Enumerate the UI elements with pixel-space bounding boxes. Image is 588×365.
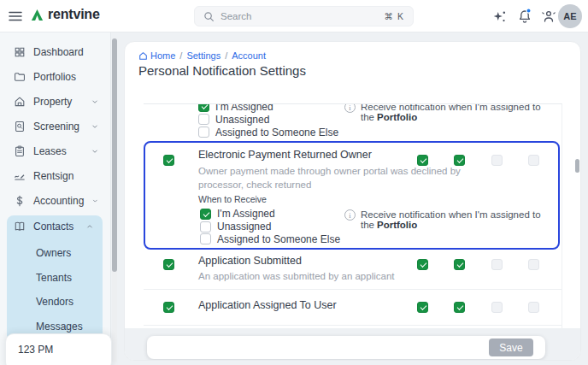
channel-checkbox-1[interactable] xyxy=(417,302,428,313)
channel-checkbox-4[interactable] xyxy=(528,302,539,313)
page-scrollbar xyxy=(112,38,117,362)
option-label: Assigned to Someone Else xyxy=(215,127,338,138)
sidebar-item-label: Contacts xyxy=(33,221,78,233)
user-voice-icon[interactable] xyxy=(541,9,556,24)
channel-checkbox-1[interactable] xyxy=(417,155,428,166)
checkbox-im-assigned[interactable] xyxy=(200,209,211,220)
checkbox-unassigned[interactable] xyxy=(200,221,211,233)
chevron-down-icon xyxy=(91,97,99,106)
option-label: Unassigned xyxy=(217,221,271,233)
channel-checkbox-4[interactable] xyxy=(528,155,539,166)
channel-checkbox-3[interactable] xyxy=(491,302,503,313)
when-to-receive-options: I'm Assigned Unassigned Assigned to Some… xyxy=(200,208,340,245)
checkbox-im-assigned[interactable] xyxy=(198,103,209,112)
option-label: Unassigned xyxy=(215,114,269,126)
notification-description: An application was submitted by an appli… xyxy=(198,270,395,284)
option-row: Unassigned xyxy=(200,221,340,233)
option-label: I'm Assigned xyxy=(217,208,275,220)
checkbox-assigned-someone-else[interactable] xyxy=(198,127,209,138)
clipboard-icon xyxy=(14,145,26,157)
info-note: i Receive notification when I'm assigned… xyxy=(344,209,558,230)
folder-icon xyxy=(14,71,26,83)
notification-row: Application Submitted An application was… xyxy=(144,250,562,290)
sidebar-item-portfolios[interactable]: Portfolios xyxy=(0,64,110,89)
company-label: 123 PM xyxy=(18,344,53,356)
notification-row-partial: I'm Assigned Unassigned Assigned to Some… xyxy=(198,103,338,138)
info-icon: i xyxy=(344,209,356,221)
notification-row: Application Assigned To User xyxy=(144,290,562,326)
breadcrumb: Home / Settings / Account xyxy=(138,50,266,61)
search-icon xyxy=(203,11,215,22)
notification-description: Owner payment made through owner portal … xyxy=(198,165,473,191)
channel-checkbox-2[interactable] xyxy=(454,155,465,166)
master-checkbox[interactable] xyxy=(163,302,174,313)
option-label: Assigned to Someone Else xyxy=(217,233,340,245)
chevron-down-icon xyxy=(91,147,99,156)
sidebar-item-owners[interactable]: Owners xyxy=(7,241,103,266)
search-shortcut: ⌘ K xyxy=(385,11,404,21)
company-switcher[interactable]: 123 PM xyxy=(5,333,112,365)
notification-title: Application Assigned To User xyxy=(198,299,337,311)
chevron-up-icon xyxy=(85,222,94,231)
channel-checkbox-2[interactable] xyxy=(454,259,465,270)
save-button[interactable]: Save xyxy=(489,339,533,356)
notifications-bell-icon[interactable] xyxy=(517,9,532,24)
sidebar-item-rentsign[interactable]: Rentsign xyxy=(0,163,110,188)
sidebar-item-label: Dashboard xyxy=(33,46,99,58)
home-icon xyxy=(14,96,26,108)
breadcrumb-account[interactable]: Account xyxy=(232,50,266,61)
menu-icon[interactable] xyxy=(8,9,23,24)
channel-checkbox-2[interactable] xyxy=(454,302,465,313)
avatar-initials: AE xyxy=(563,11,576,21)
sidebar-item-vendors[interactable]: Vendors xyxy=(7,290,103,315)
sidebar-item-leases[interactable]: Leases xyxy=(0,138,110,163)
sidebar-item-contacts[interactable]: Contacts xyxy=(7,215,103,238)
option-row: I'm Assigned xyxy=(198,103,338,113)
info-icon: i xyxy=(344,103,356,113)
option-row: Assigned to Someone Else xyxy=(200,233,340,245)
sparkles-icon[interactable] xyxy=(492,9,508,24)
channel-checkbox-1[interactable] xyxy=(417,259,428,270)
breadcrumb-settings[interactable]: Settings xyxy=(186,50,220,61)
channel-checkbox-4[interactable] xyxy=(528,259,539,270)
rentvine-logo-icon xyxy=(30,8,44,22)
checkbox-assigned-someone-else[interactable] xyxy=(200,233,211,244)
search-input[interactable]: Search ⌘ K xyxy=(194,6,414,26)
signature-icon xyxy=(14,170,26,182)
checkbox-unassigned[interactable] xyxy=(198,114,209,125)
info-note: i Receive notification when I'm assigned… xyxy=(344,103,562,122)
list-scrollbar-thumb[interactable] xyxy=(575,159,579,173)
sidebar-item-accounting[interactable]: Accounting xyxy=(0,188,110,213)
screening-icon xyxy=(14,121,26,132)
main-panel: Home / Settings / Account Personal Notif… xyxy=(124,41,581,361)
channel-checkbox-3[interactable] xyxy=(491,155,503,166)
channel-checkbox-3[interactable] xyxy=(491,259,503,270)
breadcrumb-home[interactable]: Home xyxy=(138,50,175,61)
master-checkbox[interactable] xyxy=(163,259,174,270)
option-row: Assigned to Someone Else xyxy=(198,126,338,138)
option-row: Unassigned xyxy=(198,113,338,126)
master-checkbox[interactable] xyxy=(163,155,174,166)
avatar[interactable]: AE xyxy=(558,4,582,28)
page-scrollbar-thumb[interactable] xyxy=(112,38,117,272)
logo-text: rentvine xyxy=(48,7,100,22)
home-icon xyxy=(138,51,148,61)
sidebar-item-label: Portfolios xyxy=(33,71,99,83)
sidebar-item-label: Screening xyxy=(33,121,83,132)
breadcrumb-separator: / xyxy=(225,50,227,61)
dollar-icon xyxy=(14,195,26,207)
book-icon xyxy=(14,221,26,233)
sidebar-item-label: Property xyxy=(33,96,83,108)
sidebar-item-screening[interactable]: Screening xyxy=(0,114,110,138)
topbar: rentvine Search ⌘ K AE xyxy=(0,0,588,32)
breadcrumb-separator: / xyxy=(179,50,182,61)
notification-dot xyxy=(526,9,531,13)
search-placeholder: Search xyxy=(220,11,379,21)
sidebar-item-dashboard[interactable]: Dashboard xyxy=(0,39,110,64)
dashboard-icon xyxy=(14,46,26,58)
notification-title: Electronic Payment Returned Owner xyxy=(198,149,372,161)
chevron-down-icon xyxy=(91,122,99,131)
sidebar-item-property[interactable]: Property xyxy=(0,89,110,114)
rentvine-logo[interactable]: rentvine xyxy=(30,7,100,22)
sidebar-item-tenants[interactable]: Tenants xyxy=(7,266,103,291)
